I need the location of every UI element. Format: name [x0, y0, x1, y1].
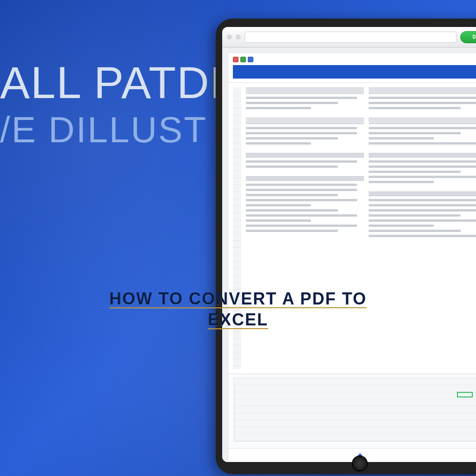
- text-line-placeholder: [246, 219, 311, 222]
- tablet-home-button[interactable]: [352, 456, 368, 471]
- text-line-placeholder: [246, 204, 311, 206]
- text-line-placeholder: [369, 176, 476, 178]
- text-line-placeholder: [369, 209, 476, 212]
- window-control-icon: [227, 34, 232, 40]
- text-line-placeholder: [246, 194, 338, 196]
- section-header-placeholder: [369, 118, 476, 124]
- text-line-placeholder: [246, 102, 338, 104]
- text-line-placeholder: [369, 199, 476, 201]
- text-line-placeholder: [369, 171, 461, 173]
- headline-text: all Patde: [0, 60, 241, 105]
- spreadsheet-preview: [228, 374, 476, 448]
- text-line-placeholder: [369, 160, 476, 163]
- text-line-placeholder: [369, 219, 476, 222]
- tablet-frame: Del: [216, 19, 476, 474]
- text-line-placeholder: [246, 127, 357, 129]
- text-line-placeholder: [369, 181, 434, 183]
- text-line-placeholder: [246, 142, 311, 145]
- text-line-placeholder: [246, 189, 357, 191]
- section-header-placeholder: [369, 192, 476, 196]
- text-line-placeholder: [369, 132, 461, 134]
- text-line-placeholder: [369, 235, 476, 237]
- document-card: ✦: [228, 53, 476, 462]
- card-header: [228, 53, 476, 83]
- tablet-screen: Del: [222, 27, 476, 462]
- footer-glyph-icon: ✦: [228, 448, 476, 462]
- text-line-placeholder: [246, 97, 357, 99]
- text-line-placeholder: [246, 107, 311, 109]
- caption-title: HOW TO CONVERT A PDF TO EXCEL: [0, 288, 476, 330]
- text-line-placeholder: [369, 165, 476, 168]
- text-line-placeholder: [369, 142, 476, 145]
- browser-chrome: Del: [222, 27, 476, 47]
- color-swatch-icon: [248, 57, 253, 62]
- section-header-placeholder: [246, 118, 364, 124]
- color-swatch-icon: [240, 57, 246, 62]
- text-line-placeholder: [246, 199, 357, 201]
- thumbnail-canvas: all Patde /e DIllust Del: [0, 0, 476, 476]
- text-line-placeholder: [369, 102, 476, 104]
- text-line-placeholder: [246, 132, 357, 134]
- ribbon-bar: [233, 65, 476, 79]
- text-line-placeholder: [369, 225, 434, 227]
- action-button-label: Del: [472, 34, 476, 40]
- text-line-placeholder: [369, 97, 476, 99]
- selected-cell-highlight: [457, 392, 473, 397]
- text-line-placeholder: [246, 184, 357, 186]
- text-line-placeholder: [369, 127, 476, 129]
- page-body: ✦: [222, 47, 476, 462]
- text-line-placeholder: [246, 160, 357, 163]
- window-control-icon: [236, 34, 241, 40]
- text-line-placeholder: [369, 137, 434, 139]
- section-header-placeholder: [246, 87, 364, 94]
- text-line-placeholder: [369, 204, 476, 206]
- text-line-placeholder: [246, 137, 338, 139]
- text-line-placeholder: [246, 225, 357, 227]
- address-bar[interactable]: [245, 32, 456, 43]
- color-swatch-icon: [233, 57, 238, 62]
- action-button[interactable]: Del: [460, 31, 476, 43]
- text-line-placeholder: [246, 230, 338, 232]
- text-line-placeholder: [369, 230, 461, 232]
- text-line-placeholder: [246, 214, 357, 217]
- section-header-placeholder: [369, 153, 476, 158]
- caption-line-2: EXCEL: [208, 310, 268, 329]
- text-line-placeholder: [369, 214, 461, 217]
- section-header-placeholder: [246, 153, 364, 158]
- document-area: [228, 83, 476, 374]
- text-line-placeholder: [246, 165, 338, 168]
- subhead-text: /e DIllust: [0, 112, 207, 148]
- section-header-placeholder: [369, 87, 476, 94]
- caption-line-1: HOW TO CONVERT A PDF TO: [109, 289, 367, 308]
- text-line-placeholder: [246, 209, 338, 212]
- app-icon-row: [233, 57, 476, 62]
- text-line-placeholder: [369, 107, 461, 109]
- spreadsheet-grid[interactable]: [234, 378, 476, 442]
- section-header-placeholder: [246, 176, 364, 181]
